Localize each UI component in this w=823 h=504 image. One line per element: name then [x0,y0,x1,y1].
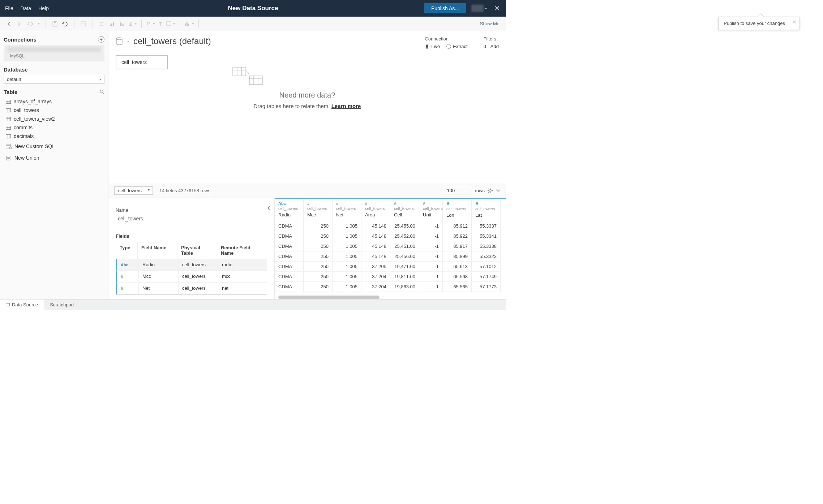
user-menu-caret[interactable]: ▾ [485,7,487,10]
sidebar-table-item[interactable]: cell_towers_view2 [4,115,104,123]
grid-cell[interactable]: 37,205 [361,262,390,272]
grid-cell[interactable]: CDMA [275,231,304,241]
grid-cell[interactable]: 25,455.00 [390,221,419,231]
horizontal-scrollbar[interactable] [278,296,506,299]
grid-cell[interactable]: 250 [304,251,333,262]
grid-cell[interactable]: 57.1773 [472,282,501,292]
expand-icon[interactable] [496,188,500,193]
grid-cell[interactable]: 85.899 [443,251,472,262]
fields-table-row[interactable]: #Netcell_towersnet [116,283,267,294]
tab-scratchpad[interactable]: Scratchpad [44,300,80,310]
grid-cell[interactable]: CDMA [275,282,304,292]
grid-cell[interactable]: 85.922 [443,231,472,241]
grid-column-header[interactable]: Abccell_towersRadio [275,199,304,221]
fields-table-row[interactable]: #Mcccell_towersmcc [116,271,267,283]
grid-cell[interactable]: 250 [304,262,333,272]
grid-column-header[interactable]: #cell_towersUnit [419,199,443,221]
user-avatar[interactable] [471,5,484,12]
grid-cell[interactable]: 250 [304,282,333,292]
sidebar-table-item[interactable]: commits [4,123,104,132]
grid-cell[interactable]: 25,452.00 [390,231,419,241]
grid-cell[interactable]: -1 [419,282,443,292]
grid-column-header[interactable]: ⊕cell_towersLon [443,199,472,221]
datasource-name[interactable]: cell_towers (default) [133,36,211,46]
grid-cell[interactable]: -1 [419,272,443,282]
chevron-down-icon[interactable]: ▾ [127,39,129,43]
grid-column-header[interactable]: #cell_towersNet [333,199,361,221]
ft-header-remote[interactable]: Remote Field Name [217,242,267,259]
grid-cell[interactable]: -1 [419,231,443,241]
grid-cell[interactable]: 250 [304,231,333,241]
grid-column-header[interactable]: ⊕cell_towersLat [472,199,501,221]
grid-cell[interactable]: 55.3323 [472,251,501,262]
radio-extract[interactable]: Extract [446,44,467,49]
name-input[interactable]: cell_towers [116,214,267,223]
grid-cell[interactable]: 45,148 [361,221,390,231]
sidebar-table-item[interactable]: arrays_of_arrays [4,97,104,106]
grid-cell[interactable]: -1 [419,241,443,251]
radio-live[interactable]: Live [425,44,440,49]
grid-cell[interactable]: CDMA [275,221,304,231]
show-me-button[interactable]: Show Me [476,21,503,26]
grid-cell[interactable]: 37,204 [361,282,390,292]
grid-cell[interactable]: 55.3337 [472,221,501,231]
grid-cell[interactable]: 55.3338 [472,241,501,251]
menu-data[interactable]: Data [17,0,35,17]
grid-cell[interactable]: 85.912 [443,221,472,231]
gear-icon[interactable] [488,188,493,193]
grid-cell[interactable]: 65.613 [443,262,472,272]
new-union-item[interactable]: New Union [4,152,104,164]
learn-more-link[interactable]: Learn more [331,103,361,109]
sidebar-table-item[interactable]: decimals [4,132,104,141]
grid-cell[interactable]: 1,005 [333,282,361,292]
grid-cell[interactable]: 45,148 [361,251,390,262]
grid-cell[interactable]: 45,148 [361,241,390,251]
grid-cell[interactable]: 19,811.00 [390,272,419,282]
grid-cell[interactable]: 1,005 [333,272,361,282]
grid-cell[interactable]: 45,148 [361,231,390,241]
grid-cell[interactable]: CDMA [275,272,304,282]
publish-as-button[interactable]: Publish As... [424,3,466,13]
refresh-icon[interactable] [60,19,70,29]
grid-cell[interactable]: 19,863.00 [390,282,419,292]
grid-cell[interactable]: 37,204 [361,272,390,282]
ft-header-physical[interactable]: Physical Table [177,242,217,259]
grid-cell[interactable]: 25,456.00 [390,251,419,262]
grid-cell[interactable]: 1,005 [333,221,361,231]
preview-table-select[interactable]: cell_towers [114,186,153,195]
grid-cell[interactable]: 55.3341 [472,231,501,241]
collapse-metadata-icon[interactable]: ❮ [267,205,271,210]
search-icon[interactable] [100,90,104,94]
data-preview-grid[interactable]: Abccell_towersRadio#cell_towersMcc#cell_… [275,198,506,299]
grid-cell[interactable]: CDMA [275,241,304,251]
ft-header-field[interactable]: Field Name [138,242,177,259]
fields-table-row[interactable]: AbcRadiocell_towersradio [116,259,267,271]
grid-cell[interactable]: 1,005 [333,241,361,251]
rows-limit-input[interactable]: 100 [444,187,472,194]
grid-cell[interactable]: -1 [419,221,443,231]
grid-cell[interactable]: -1 [419,262,443,272]
grid-cell[interactable]: 85.917 [443,241,472,251]
grid-column-header[interactable]: #cell_towersArea [361,199,390,221]
grid-cell[interactable]: CDMA [275,251,304,262]
sidebar-table-item[interactable]: cell_towers [4,106,104,115]
tab-data-source[interactable]: Data Source [0,300,44,310]
connection-item[interactable]: MySQL [4,45,104,61]
grid-cell[interactable]: 250 [304,241,333,251]
database-select[interactable]: default ▾ [4,75,104,84]
menu-help[interactable]: Help [35,0,52,17]
join-canvas[interactable]: cell_towers Need more data? Drag tables … [108,51,506,183]
grid-cell[interactable]: 25,451.00 [390,241,419,251]
new-custom-sql-item[interactable]: New Custom SQL [4,141,104,152]
grid-cell[interactable]: 250 [304,272,333,282]
menu-file[interactable]: File [1,0,17,17]
grid-cell[interactable]: CDMA [275,262,304,272]
close-icon[interactable]: ✕ [492,4,502,13]
grid-cell[interactable]: 1,005 [333,231,361,241]
add-connection-icon[interactable]: + [98,36,104,43]
grid-cell[interactable]: 57.1749 [472,272,501,282]
grid-column-header[interactable]: #cell_towersCell [390,199,419,221]
grid-cell[interactable]: 65.568 [443,272,472,282]
back-icon[interactable] [6,19,15,29]
table-chip-cell-towers[interactable]: cell_towers [116,55,168,69]
